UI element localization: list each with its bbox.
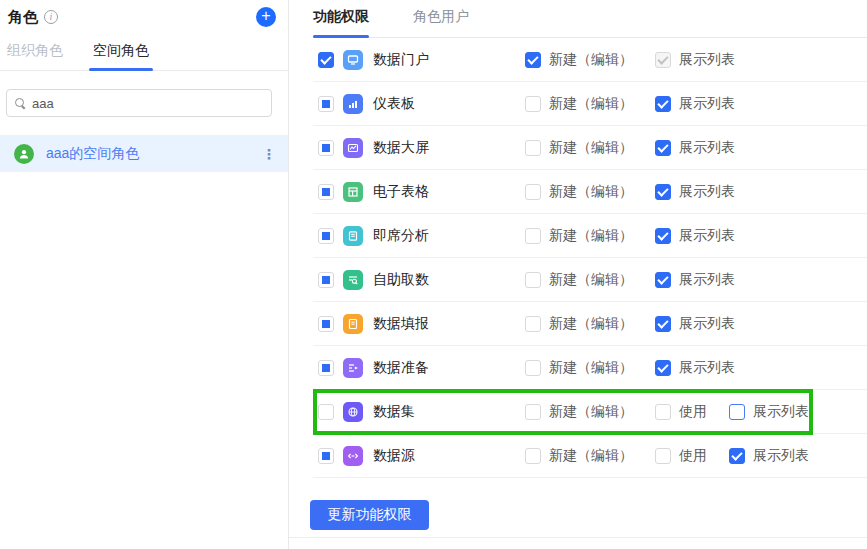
add-role-button[interactable]: +	[256, 7, 276, 27]
permission-checkbox[interactable]	[525, 316, 541, 332]
module-checkbox[interactable]	[318, 96, 334, 112]
permission-row: 数据门户新建（编辑）展示列表	[313, 38, 867, 82]
tab-role-users[interactable]: 角色用户	[413, 8, 469, 37]
module-name-cell: 仪表板	[318, 94, 525, 114]
module-checkbox[interactable]	[318, 404, 334, 420]
permission-label: 展示列表	[679, 315, 735, 333]
permission-checkbox[interactable]	[655, 272, 671, 288]
permission-row: 自助取数新建（编辑）展示列表	[313, 258, 867, 302]
permission-checkbox[interactable]	[525, 404, 541, 420]
sidebar-header: 角色 i +	[0, 0, 288, 28]
search-icon	[15, 98, 25, 108]
permission-item: 新建（编辑）	[525, 403, 655, 421]
permission-checkbox[interactable]	[525, 448, 541, 464]
bottom-divider	[289, 537, 867, 538]
update-permissions-button[interactable]: 更新功能权限	[310, 500, 429, 530]
role-search-input[interactable]: aaa	[6, 89, 272, 117]
permission-checkbox[interactable]	[525, 52, 541, 68]
permission-checkbox[interactable]	[525, 272, 541, 288]
permission-item: 展示列表	[729, 403, 809, 421]
permission-item: 新建（编辑）	[525, 315, 655, 333]
permission-row: 电子表格新建（编辑）展示列表	[313, 170, 867, 214]
permission-checkbox[interactable]	[525, 96, 541, 112]
module-name-cell: 数据大屏	[318, 138, 525, 158]
tab-org-roles[interactable]: 组织角色	[7, 42, 63, 70]
permission-checkbox[interactable]	[655, 316, 671, 332]
fetch-icon	[343, 270, 363, 290]
module-checkbox[interactable]	[318, 448, 334, 464]
permission-label: 新建（编辑）	[549, 447, 633, 465]
module-name-cell: 数据源	[318, 446, 525, 466]
role-list-item[interactable]: aaa的空间角色 ⋮	[0, 135, 288, 172]
permission-checkbox[interactable]	[525, 184, 541, 200]
permission-label: 展示列表	[753, 403, 809, 421]
datasource-icon	[343, 446, 363, 466]
permission-item: 展示列表	[729, 447, 809, 465]
module-label: 即席分析	[373, 227, 429, 245]
module-checkbox[interactable]	[318, 360, 334, 376]
form-icon	[343, 314, 363, 334]
role-type-tabs: 组织角色 空间角色	[0, 28, 288, 71]
adhoc-icon	[343, 226, 363, 246]
permission-checkbox[interactable]	[729, 404, 745, 420]
permission-checkbox[interactable]	[525, 140, 541, 156]
tab-function-permissions[interactable]: 功能权限	[313, 8, 369, 37]
search-value: aaa	[32, 96, 54, 111]
module-checkbox[interactable]	[318, 316, 334, 332]
prepare-icon	[343, 358, 363, 378]
permission-checkbox[interactable]	[655, 184, 671, 200]
permission-label: 展示列表	[679, 95, 735, 113]
permission-item: 使用	[655, 403, 729, 421]
module-checkbox[interactable]	[318, 52, 334, 68]
permission-label: 新建（编辑）	[549, 139, 633, 157]
module-checkbox[interactable]	[318, 140, 334, 156]
roles-sidebar: 角色 i + 组织角色 空间角色 aaa aaa的空间角色 ⋮	[0, 0, 289, 549]
permission-checkbox[interactable]	[525, 360, 541, 376]
module-checkbox[interactable]	[318, 184, 334, 200]
permission-checkbox[interactable]	[729, 448, 745, 464]
permission-checkbox[interactable]	[525, 228, 541, 244]
permission-item: 新建（编辑）	[525, 227, 655, 245]
role-item-menu-button[interactable]: ⋮	[262, 147, 276, 161]
dashboard-icon	[343, 94, 363, 114]
module-label: 数据源	[373, 447, 415, 465]
module-label: 数据集	[373, 403, 415, 421]
permission-item: 新建（编辑）	[525, 447, 655, 465]
permission-label: 展示列表	[679, 139, 735, 157]
portal-icon	[343, 50, 363, 70]
permission-item: 新建（编辑）	[525, 139, 655, 157]
module-label: 电子表格	[373, 183, 429, 201]
panel-tabs: 功能权限 角色用户	[313, 0, 867, 38]
permission-row: 即席分析新建（编辑）展示列表	[313, 214, 867, 258]
permission-checkbox[interactable]	[655, 360, 671, 376]
permission-label: 展示列表	[679, 359, 735, 377]
tab-space-roles[interactable]: 空间角色	[93, 42, 149, 70]
permission-row: 数据填报新建（编辑）展示列表	[313, 302, 867, 346]
permission-checkbox[interactable]	[655, 96, 671, 112]
permission-item: 展示列表	[655, 227, 735, 245]
permission-item: 新建（编辑）	[525, 271, 655, 289]
permission-row: 仪表板新建（编辑）展示列表	[313, 82, 867, 126]
permission-label: 新建（编辑）	[549, 359, 633, 377]
permissions-panel: 功能权限 角色用户 数据门户新建（编辑）展示列表仪表板新建（编辑）展示列表数据大…	[289, 0, 867, 549]
role-permissions-page: 角色 i + 组织角色 空间角色 aaa aaa的空间角色 ⋮ 功能权限	[0, 0, 867, 549]
permission-checkbox[interactable]	[655, 140, 671, 156]
module-checkbox[interactable]	[318, 272, 334, 288]
permission-label: 展示列表	[679, 271, 735, 289]
module-checkbox[interactable]	[318, 228, 334, 244]
bigscreen-icon	[343, 138, 363, 158]
permission-item: 展示列表	[655, 271, 735, 289]
permission-label: 新建（编辑）	[549, 227, 633, 245]
permission-item: 新建（编辑）	[525, 95, 655, 113]
permission-checkbox[interactable]	[655, 404, 671, 420]
permission-label: 新建（编辑）	[549, 271, 633, 289]
permission-item: 展示列表	[655, 95, 735, 113]
module-name-cell: 数据门户	[318, 50, 525, 70]
module-name-cell: 即席分析	[318, 226, 525, 246]
permission-checkbox[interactable]	[655, 448, 671, 464]
permission-label: 新建（编辑）	[549, 183, 633, 201]
permission-item: 展示列表	[655, 139, 735, 157]
permission-item: 新建（编辑）	[525, 51, 655, 69]
permission-checkbox[interactable]	[655, 228, 671, 244]
permission-checkbox[interactable]	[655, 52, 671, 68]
